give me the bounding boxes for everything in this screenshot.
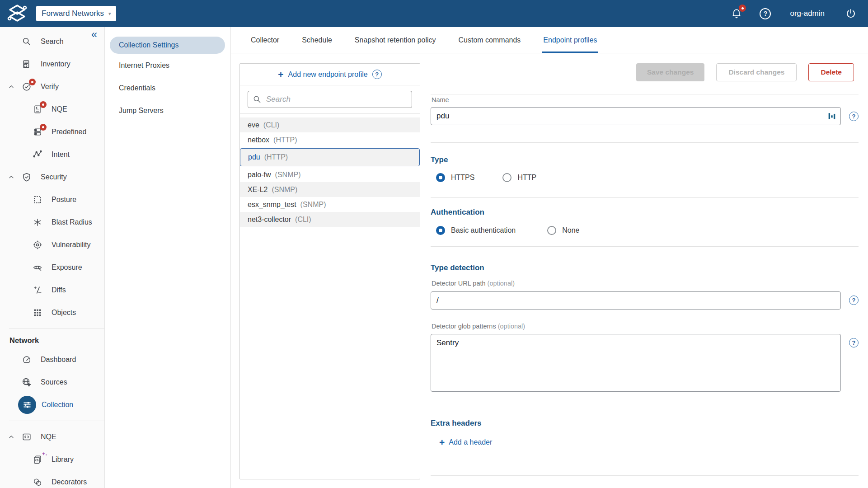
tab-schedule[interactable]: Schedule bbox=[301, 27, 333, 53]
profile-type: (CLI) bbox=[295, 216, 311, 224]
power-icon bbox=[845, 8, 856, 19]
decorators-icon bbox=[33, 477, 42, 487]
sidebar-item-collection-selected[interactable]: Collection bbox=[0, 394, 104, 416]
settings-nav-collection-settings[interactable]: Collection Settings bbox=[110, 37, 225, 54]
divider bbox=[431, 142, 859, 143]
sparkle-icon: ✦ bbox=[42, 451, 46, 457]
divider bbox=[431, 94, 859, 94]
sidebar-item-label: Verify bbox=[41, 83, 59, 91]
insert-variable-icon[interactable] bbox=[828, 112, 836, 120]
sidebar-item-sources[interactable]: Sources bbox=[0, 371, 104, 394]
tab-content: + Add new endpoint profile ? bbox=[231, 53, 868, 488]
predefined-toggles-icon bbox=[33, 127, 42, 137]
help-icon[interactable]: ? bbox=[372, 70, 382, 79]
auth-radio-group: Basic authentication None bbox=[436, 225, 579, 236]
tab-label: Snapshot retention policy bbox=[355, 36, 436, 44]
profile-list-item[interactable]: esx_snmp_test (SNMP) bbox=[240, 197, 420, 212]
nqe-code-folder-icon bbox=[22, 432, 32, 442]
profile-list-item[interactable]: XE-L2 (SNMP) bbox=[240, 182, 420, 197]
save-changes-button[interactable]: Save changes bbox=[636, 63, 704, 81]
settings-nav: Collection Settings Internet Proxies Cre… bbox=[105, 27, 231, 488]
sidebar-item-dashboard[interactable]: Dashboard bbox=[0, 348, 104, 371]
detector-url-input[interactable] bbox=[431, 291, 841, 310]
profile-list-item[interactable]: net3-collector (CLI) bbox=[240, 212, 420, 227]
sidebar-item-label: Security bbox=[41, 173, 67, 181]
sidebar-item-label: Dashboard bbox=[41, 356, 76, 364]
divider bbox=[9, 328, 104, 329]
discard-changes-button[interactable]: Discard changes bbox=[716, 63, 797, 81]
settings-nav-credentials[interactable]: Credentials bbox=[105, 77, 230, 99]
delete-button[interactable]: Delete bbox=[808, 63, 854, 81]
sidebar-item-diffs[interactable]: Diffs bbox=[0, 279, 104, 301]
extra-headers-heading: Extra headers bbox=[431, 419, 481, 428]
basic-auth-radio-label: Basic authentication bbox=[451, 226, 516, 235]
blast-radius-icon bbox=[33, 217, 42, 227]
profile-name: eve bbox=[248, 121, 259, 129]
sidebar-item-exposure[interactable]: Exposure bbox=[0, 256, 104, 279]
sidebar-item-label: Posture bbox=[52, 196, 76, 204]
sidebar-item-verify[interactable]: Verify bbox=[0, 75, 104, 98]
library-icon: ✦ bbox=[33, 455, 42, 465]
org-selector-button[interactable]: Forward Networks ▾ bbox=[36, 6, 116, 21]
auth-none-radio[interactable] bbox=[547, 226, 556, 235]
type-radio-group: HTTPS HTTP bbox=[436, 172, 536, 183]
add-endpoint-profile-label: Add new endpoint profile bbox=[288, 70, 368, 79]
tab-endpoint-profiles[interactable]: Endpoint profiles bbox=[542, 27, 598, 53]
basic-auth-radio[interactable] bbox=[436, 226, 445, 235]
logout-button[interactable] bbox=[845, 8, 856, 19]
tab-custom-commands[interactable]: Custom commands bbox=[458, 27, 522, 53]
settings-nav-internet-proxies[interactable]: Internet Proxies bbox=[105, 55, 230, 76]
detector-glob-textarea[interactable]: Sentry bbox=[431, 334, 841, 392]
add-endpoint-profile-button[interactable]: + Add new endpoint profile ? bbox=[240, 64, 420, 85]
add-header-button[interactable]: + Add a header bbox=[439, 437, 492, 447]
name-help-icon[interactable]: ? bbox=[849, 112, 859, 121]
sidebar-item-intent[interactable]: Intent bbox=[0, 143, 104, 166]
sidebar-item-nqe[interactable]: NQE bbox=[0, 98, 104, 121]
username[interactable]: org-admin bbox=[790, 9, 825, 18]
sidebar-item-label: Objects bbox=[52, 309, 76, 317]
profile-list-item[interactable]: palo-fw (SNMP) bbox=[240, 167, 420, 182]
sidebar-item-posture[interactable]: Posture bbox=[0, 188, 104, 211]
sidebar-item-decorators[interactable]: Decorators bbox=[0, 471, 104, 488]
sidebar-item-objects[interactable]: Objects bbox=[0, 301, 104, 324]
sidebar-item-label: Vulnerability bbox=[52, 241, 91, 249]
sidebar-item-nqe-section[interactable]: NQE bbox=[0, 426, 104, 448]
sidebar-item-security[interactable]: Security bbox=[0, 166, 104, 188]
sidebar-item-library[interactable]: ✦ Library bbox=[0, 448, 104, 471]
sidebar-scroll-area[interactable]: Search Inventory bbox=[0, 34, 104, 488]
sidebar-item-inventory[interactable]: Inventory bbox=[0, 53, 104, 75]
tab-label: Endpoint profiles bbox=[543, 36, 597, 44]
detector-url-help-icon[interactable]: ? bbox=[849, 296, 859, 305]
sidebar-item-search[interactable]: Search bbox=[0, 34, 104, 53]
sidebar-item-blast-radius[interactable]: Blast Radius bbox=[0, 211, 104, 234]
auth-section-heading: Authentication bbox=[431, 208, 484, 217]
detector-glob-help-icon[interactable]: ? bbox=[849, 338, 859, 347]
profile-list-item[interactable]: netbox (HTTP) bbox=[240, 132, 420, 147]
collapse-sidebar-button[interactable]: « bbox=[91, 29, 97, 40]
sidebar-item-predefined[interactable]: Predefined bbox=[0, 121, 104, 143]
optional-hint: (optional) bbox=[488, 280, 515, 287]
profile-list-item-selected[interactable]: pdu (HTTP) bbox=[240, 148, 420, 166]
diffs-icon bbox=[33, 285, 42, 295]
detector-glob-label: Detector glob patterns (optional) bbox=[432, 323, 525, 330]
tab-collector[interactable]: Collector bbox=[250, 27, 280, 53]
chevron-up-icon bbox=[8, 174, 15, 181]
https-radio[interactable] bbox=[436, 173, 445, 182]
help-button[interactable]: ? bbox=[760, 8, 771, 19]
vulnerability-target-icon bbox=[33, 240, 42, 250]
sidebar-item-label: Blast Radius bbox=[52, 218, 92, 226]
profile-list-item[interactable]: eve (CLI) bbox=[240, 117, 420, 132]
settings-nav-jump-servers[interactable]: Jump Servers bbox=[105, 100, 230, 122]
tab-snapshot-retention-policy[interactable]: Snapshot retention policy bbox=[354, 27, 437, 53]
question-glyph: ? bbox=[852, 297, 856, 304]
http-radio[interactable] bbox=[502, 173, 511, 182]
profile-search-input[interactable] bbox=[248, 91, 412, 108]
question-glyph: ? bbox=[852, 113, 856, 120]
settings-nav-label: Credentials bbox=[119, 84, 155, 92]
auth-none-radio-label: None bbox=[562, 226, 579, 235]
notification-badge bbox=[739, 5, 746, 12]
sidebar-item-vulnerability[interactable]: Vulnerability bbox=[0, 234, 104, 256]
notifications-button[interactable] bbox=[731, 8, 742, 19]
name-field[interactable] bbox=[431, 107, 841, 125]
divider bbox=[431, 475, 859, 476]
